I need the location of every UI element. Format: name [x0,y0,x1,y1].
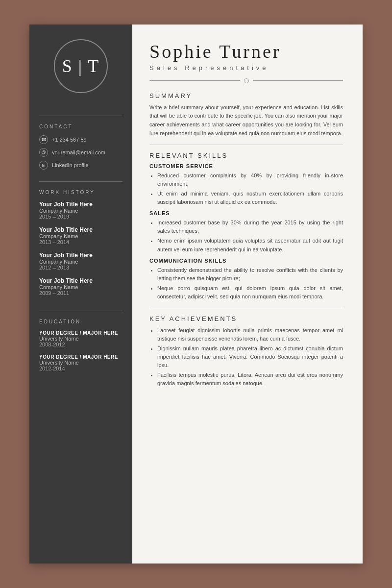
achievement-2: Dignissim nullam mauris platea pharetra … [157,344,343,369]
edu-section-title: EDUCATION [39,319,122,324]
section-divider-2 [149,308,343,308]
contact-linkedin[interactable]: in LinkedIn profile [39,161,122,170]
summary-title: SUMMARY [149,92,343,99]
edu-dates-1: 2008-2012 [39,342,122,347]
work-company-1: Company Name [39,208,122,214]
phone-icon: ☎ [39,135,48,144]
skill-cat-1-list: Reduced customer complaints by 40% by pr… [149,172,343,206]
sidebar: S | T CONTACT ☎ +1 234 567 89 @ youremai… [29,24,132,564]
work-item-2: Your Job Title Here Company Name 2013 – … [39,226,122,245]
work-item-3: Your Job Title Here Company Name 2012 – … [39,252,122,270]
edu-school-1: University Name [39,336,122,342]
header-section: Sophie Turner Sales Representative [149,42,343,72]
monogram-circle: S | T [54,39,108,93]
skill-cat-3-bullet-1: Consistently demonstrated the ability to… [157,266,343,283]
achievement-3: Facilisis tempus molestie purus. Litora.… [157,371,343,388]
sidebar-divider-1 [39,116,122,116]
work-item-4: Your Job Title Here Company Name 2009 – … [39,277,122,296]
contact-email[interactable]: @ youremail@email.com [39,148,122,157]
main-content: Sophie Turner Sales Representative SUMMA… [132,24,363,564]
work-company-2: Company Name [39,233,122,239]
work-title-1: Your Job Title Here [39,201,122,208]
skills-title: RELEVANT SKILLS [149,152,343,159]
edu-degree-2: YOUR DEGREE / MAJOR HERE [39,354,122,360]
skill-cat-2-list: Increased customer base by 30% during th… [149,219,343,253]
monogram-container: S | T [39,39,122,93]
work-dates-2: 2013 – 2014 [39,239,122,245]
monogram-text: S | T [62,56,100,76]
skill-cat-2-bullet-2: Nemo enim ipsam voluptatem quia voluptas… [157,237,343,253]
decorative-divider [149,78,343,83]
section-divider-1 [149,145,343,145]
edu-degree-1: YOUR DEGREE / MAJOR HERE [39,330,122,336]
achievement-1: Laoreet feugiat dignissim lobortis nulla… [157,326,343,343]
skill-cat-1-bullet-1: Reduced customer complaints by 40% by pr… [157,172,343,188]
linkedin-text: LinkedIn profile [52,162,89,168]
divider-circle [244,78,249,83]
work-dates-1: 2015 – 2019 [39,214,122,220]
work-company-4: Company Name [39,284,122,290]
achievements-list: Laoreet feugiat dignissim lobortis nulla… [149,326,343,388]
job-title-main: Sales Representative [149,64,343,72]
summary-text: Write a brief summary about yourself, yo… [149,103,343,138]
skill-cat-3-list: Consistently demonstrated the ability to… [149,266,343,301]
work-item-1: Your Job Title Here Company Name 2015 – … [39,201,122,220]
sidebar-divider-3 [39,311,122,311]
divider-line-right [253,80,343,81]
sidebar-divider-2 [39,181,122,182]
skill-cat-1-title: CUSTOMER SERVICE [149,163,343,169]
divider-line-left [149,80,240,81]
contact-phone[interactable]: ☎ +1 234 567 89 [39,135,122,144]
skill-cat-2-title: SALES [149,210,343,216]
edu-item-1: YOUR DEGREE / MAJOR HERE University Name… [39,330,122,347]
work-title-3: Your Job Title Here [39,252,122,259]
work-company-3: Company Name [39,259,122,265]
edu-dates-2: 2012-2014 [39,366,122,371]
edu-school-2: University Name [39,360,122,366]
skill-cat-1-bullet-2: Ut enim ad minima veniam, quis nostrum e… [157,190,343,206]
email-address: youremail@email.com [52,149,105,155]
achievements-title: KEY ACHIEVEMENTS [149,315,343,322]
work-title-4: Your Job Title Here [39,277,122,284]
skill-cat-2-bullet-1: Increased customer base by 30% during th… [157,219,343,235]
skill-cat-3-title: COMMUNICATION SKILLS [149,258,343,264]
resume-document: S | T CONTACT ☎ +1 234 567 89 @ youremai… [29,24,363,564]
phone-number: +1 234 567 89 [52,137,87,143]
work-dates-4: 2009 – 2011 [39,290,122,296]
work-dates-3: 2012 – 2013 [39,265,122,270]
full-name: Sophie Turner [149,42,343,62]
contact-section-title: CONTACT [39,124,122,129]
linkedin-icon: in [39,161,48,170]
work-title-2: Your Job Title Here [39,226,122,233]
email-icon: @ [39,148,48,157]
skill-cat-3-bullet-2: Neque porro quisquam est, qui dolorem ip… [157,284,343,301]
edu-item-2: YOUR DEGREE / MAJOR HERE University Name… [39,354,122,371]
work-section-title: WORK HISTORY [39,190,122,195]
